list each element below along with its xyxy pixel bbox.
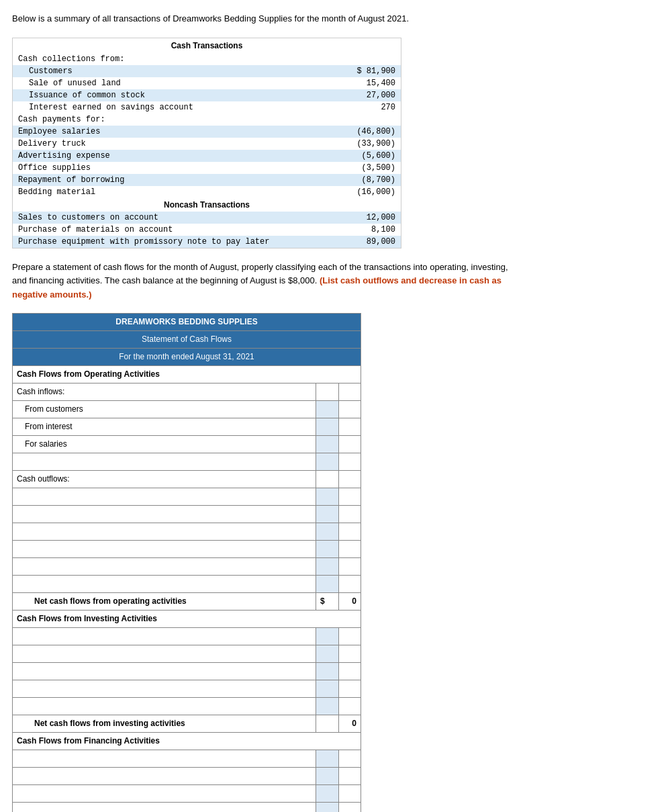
fin-label-4 bbox=[13, 802, 316, 812]
from-interest-label: From interest bbox=[13, 418, 316, 435]
inv-right-4 bbox=[338, 680, 361, 697]
customers-row: Customers $ 81,900 bbox=[13, 65, 401, 77]
from-interest-input[interactable] bbox=[316, 418, 338, 435]
inv-row-2 bbox=[13, 645, 361, 662]
scf-wrapper: DREAMWORKS BEDDING SUPPLIES Statement of… bbox=[12, 313, 361, 812]
inv-row-5 bbox=[13, 697, 361, 715]
from-customers-row: From customers bbox=[13, 400, 361, 418]
fin-input-3[interactable] bbox=[316, 784, 338, 802]
financing-section-row: Cash Flows from Financing Activities bbox=[13, 732, 361, 750]
from-interest-row: From interest bbox=[13, 418, 361, 435]
cash-payments-header: Cash payments for: bbox=[13, 114, 401, 126]
interest-row: Interest earned on savings account 270 bbox=[13, 101, 401, 114]
net-operating-label: Net cash flows from operating activities bbox=[13, 592, 316, 610]
op-out-input-4[interactable] bbox=[316, 540, 338, 557]
fin-row-4 bbox=[13, 802, 361, 812]
unused-land-amount: 15,400 bbox=[339, 77, 401, 89]
inv-input-1[interactable] bbox=[316, 627, 338, 645]
salaries-amount: (46,800) bbox=[339, 126, 401, 138]
inv-label-5 bbox=[13, 697, 316, 715]
inv-label-2 bbox=[13, 645, 316, 662]
scf-statement-title: Statement of Cash Flows bbox=[13, 330, 361, 348]
truck-row: Delivery truck (33,900) bbox=[13, 138, 401, 150]
net-investing-value: 0 bbox=[338, 715, 361, 732]
bedding-label: Bedding material bbox=[13, 186, 340, 198]
op-out-row-3 bbox=[13, 523, 361, 540]
for-salaries-input[interactable] bbox=[316, 435, 338, 453]
fin-label-3 bbox=[13, 784, 316, 802]
financing-label: Cash Flows from Financing Activities bbox=[13, 732, 361, 750]
prepare-text: Prepare a statement of cash flows for th… bbox=[12, 261, 522, 302]
interest-label: Interest earned on savings account bbox=[13, 101, 340, 114]
cash-inflows-label-row: Cash inflows: bbox=[13, 383, 361, 400]
cash-outflows-label-row: Cash outflows: bbox=[13, 470, 361, 488]
for-salaries-row: For salaries bbox=[13, 435, 361, 453]
truck-label: Delivery truck bbox=[13, 138, 340, 150]
fin-row-2 bbox=[13, 767, 361, 784]
op-out-right-6 bbox=[338, 575, 361, 592]
scf-period-row: For the month ended August 31, 2021 bbox=[13, 348, 361, 365]
scf-title-row: Statement of Cash Flows bbox=[13, 330, 361, 348]
cash-inflows-mid bbox=[316, 383, 338, 400]
inv-label-3 bbox=[13, 662, 316, 680]
repayment-row: Repayment of borrowing (8,700) bbox=[13, 174, 401, 186]
advertising-label: Advertising expense bbox=[13, 150, 340, 162]
from-customers-input[interactable] bbox=[316, 400, 338, 418]
inv-input-5[interactable] bbox=[316, 697, 338, 715]
net-operating-dollar: $ bbox=[316, 592, 338, 610]
op-out-row-5 bbox=[13, 557, 361, 575]
salaries-row: Employee salaries (46,800) bbox=[13, 126, 401, 138]
cash-inflows-label: Cash inflows: bbox=[13, 383, 316, 400]
inv-input-2[interactable] bbox=[316, 645, 338, 662]
op-out-label-6 bbox=[13, 575, 316, 592]
op-out-input-3[interactable] bbox=[316, 523, 338, 540]
op-out-row-4 bbox=[13, 540, 361, 557]
op-out-right-4 bbox=[338, 540, 361, 557]
inv-right-3 bbox=[338, 662, 361, 680]
op-out-label-2 bbox=[13, 505, 316, 523]
inv-row-1 bbox=[13, 627, 361, 645]
from-customers-label: From customers bbox=[13, 400, 316, 418]
investing-section-row: Cash Flows from Investing Activities bbox=[13, 610, 361, 627]
inv-input-3[interactable] bbox=[316, 662, 338, 680]
noncash-header: Noncash Transactions bbox=[13, 198, 401, 212]
op-out-input-5[interactable] bbox=[316, 557, 338, 575]
op-out-input-6[interactable] bbox=[316, 575, 338, 592]
fin-label-1 bbox=[13, 750, 316, 767]
fin-input-2[interactable] bbox=[316, 767, 338, 784]
sales-account-row: Sales to customers on account 12,000 bbox=[13, 212, 401, 224]
unused-land-label: Sale of unused land bbox=[13, 77, 340, 89]
purchase-equipment-label: Purchase equipment with promissory note … bbox=[13, 236, 340, 249]
op-out-label-5 bbox=[13, 557, 316, 575]
fin-label-2 bbox=[13, 767, 316, 784]
purchase-materials-amount: 8,100 bbox=[339, 224, 401, 236]
scf-table: DREAMWORKS BEDDING SUPPLIES Statement of… bbox=[12, 313, 361, 812]
inv-row-3 bbox=[13, 662, 361, 680]
cash-transactions-table: Cash Transactions Cash collections from:… bbox=[12, 38, 401, 249]
sales-account-label: Sales to customers on account bbox=[13, 212, 340, 224]
op-out-input-2[interactable] bbox=[316, 505, 338, 523]
investing-label: Cash Flows from Investing Activities bbox=[13, 610, 361, 627]
inv-input-4[interactable] bbox=[316, 680, 338, 697]
office-supplies-label: Office supplies bbox=[13, 162, 340, 174]
cash-collections-header: Cash collections from: bbox=[13, 53, 401, 65]
scf-period: For the month ended August 31, 2021 bbox=[13, 348, 361, 365]
op-out-input-1[interactable] bbox=[316, 488, 338, 505]
salaries-label: Employee salaries bbox=[13, 126, 340, 138]
inv-row-4 bbox=[13, 680, 361, 697]
fin-right-3 bbox=[338, 784, 361, 802]
fin-input-1[interactable] bbox=[316, 750, 338, 767]
fin-row-1 bbox=[13, 750, 361, 767]
scf-company-row: DREAMWORKS BEDDING SUPPLIES bbox=[13, 313, 361, 330]
unused-land-row: Sale of unused land 15,400 bbox=[13, 77, 401, 89]
repayment-label: Repayment of borrowing bbox=[13, 174, 340, 186]
operating-empty-input-1[interactable] bbox=[316, 453, 338, 470]
bedding-row: Bedding material (16,000) bbox=[13, 186, 401, 198]
from-customers-right bbox=[338, 400, 361, 418]
fin-input-4[interactable] bbox=[316, 802, 338, 812]
advertising-row: Advertising expense (5,600) bbox=[13, 150, 401, 162]
inv-label-4 bbox=[13, 680, 316, 697]
office-supplies-row: Office supplies (3,500) bbox=[13, 162, 401, 174]
op-out-right-3 bbox=[338, 523, 361, 540]
operating-empty-1 bbox=[13, 453, 361, 470]
